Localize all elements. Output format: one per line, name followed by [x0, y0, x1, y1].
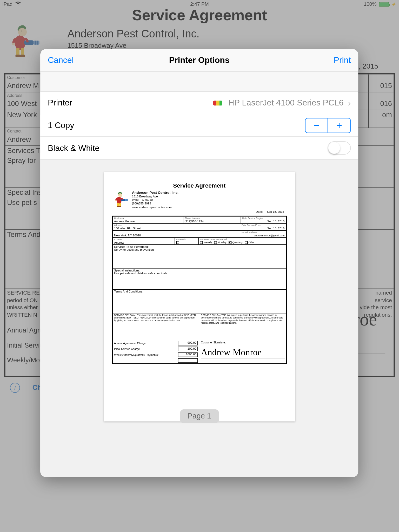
modal-navbar: Cancel Printer Options Print	[40, 49, 358, 71]
stepper-plus[interactable]: +	[328, 118, 350, 132]
page-indicator: Page 1	[180, 409, 219, 423]
preview-page-1[interactable]: Service Agreement Anderson Pest Control,…	[104, 172, 295, 421]
supply-levels-icon	[213, 100, 222, 105]
stepper-minus[interactable]: −	[305, 118, 328, 132]
chevron-right-icon: ›	[348, 97, 351, 108]
copies-stepper[interactable]: − +	[305, 118, 351, 133]
preview-logo	[112, 190, 129, 208]
print-action-button[interactable]: Print	[334, 55, 351, 65]
printer-name: HP LaserJet 4100 Series PCL6	[228, 98, 344, 108]
modal-title: Printer Options	[169, 55, 230, 65]
cancel-button[interactable]: Cancel	[48, 55, 74, 65]
copies-row: 1 Copy − +	[40, 114, 358, 137]
printer-options-list: Printer HP LaserJet 4100 Series PCL6 › 1…	[40, 91, 358, 159]
bw-switch[interactable]	[328, 141, 351, 155]
print-preview: Service Agreement Anderson Pest Control,…	[40, 159, 358, 477]
printer-row[interactable]: Printer HP LaserJet 4100 Series PCL6 ›	[40, 92, 358, 114]
printer-options-modal: Cancel Printer Options Print Printer HP …	[40, 49, 358, 477]
bw-row: Black & White	[40, 137, 358, 159]
